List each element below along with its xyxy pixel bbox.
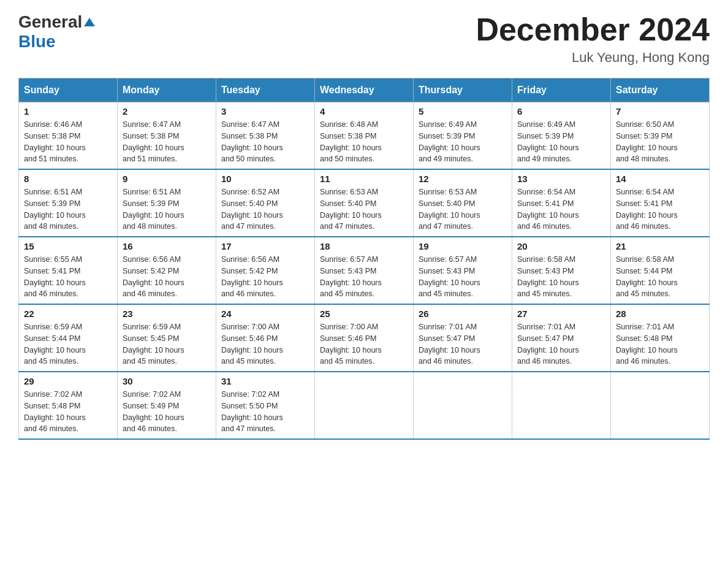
calendar-cell: 25 Sunrise: 7:00 AMSunset: 5:46 PMDaylig…	[315, 304, 414, 372]
month-title: December 2024	[476, 12, 710, 47]
header-day-saturday: Saturday	[611, 79, 710, 102]
week-row-1: 1 Sunrise: 6:46 AMSunset: 5:38 PMDayligh…	[19, 102, 710, 170]
day-number: 25	[320, 308, 408, 319]
day-info: Sunrise: 6:49 AMSunset: 5:39 PMDaylight:…	[517, 120, 579, 163]
day-number: 16	[123, 241, 211, 251]
logo-top: General	[18, 12, 97, 32]
day-info: Sunrise: 7:02 AMSunset: 5:50 PMDaylight:…	[221, 390, 283, 433]
calendar-table: SundayMondayTuesdayWednesdayThursdayFrid…	[18, 78, 710, 440]
svg-marker-0	[84, 18, 95, 26]
day-number: 12	[419, 174, 507, 184]
calendar-cell: 29 Sunrise: 7:02 AMSunset: 5:48 PMDaylig…	[19, 372, 118, 439]
day-number: 18	[320, 241, 408, 251]
day-number: 30	[123, 376, 211, 386]
calendar-cell: 22 Sunrise: 6:59 AMSunset: 5:44 PMDaylig…	[19, 304, 118, 372]
calendar-cell: 9 Sunrise: 6:51 AMSunset: 5:39 PMDayligh…	[118, 169, 216, 237]
day-info: Sunrise: 7:01 AMSunset: 5:47 PMDaylight:…	[517, 323, 579, 366]
day-info: Sunrise: 6:51 AMSunset: 5:39 PMDaylight:…	[123, 188, 184, 231]
day-number: 7	[616, 106, 704, 117]
day-info: Sunrise: 6:55 AMSunset: 5:41 PMDaylight:…	[24, 255, 86, 298]
day-info: Sunrise: 6:59 AMSunset: 5:45 PMDaylight:…	[123, 323, 184, 366]
week-row-4: 22 Sunrise: 6:59 AMSunset: 5:44 PMDaylig…	[19, 304, 710, 372]
location-text: Luk Yeung, Hong Kong	[476, 50, 710, 66]
calendar-cell: 4 Sunrise: 6:48 AMSunset: 5:38 PMDayligh…	[315, 102, 414, 170]
header-day-thursday: Thursday	[414, 79, 512, 102]
day-info: Sunrise: 6:57 AMSunset: 5:43 PMDaylight:…	[320, 255, 382, 298]
week-row-2: 8 Sunrise: 6:51 AMSunset: 5:39 PMDayligh…	[19, 169, 710, 237]
calendar-cell: 18 Sunrise: 6:57 AMSunset: 5:43 PMDaylig…	[315, 237, 414, 304]
day-info: Sunrise: 6:58 AMSunset: 5:43 PMDaylight:…	[517, 255, 579, 298]
calendar-cell: 16 Sunrise: 6:56 AMSunset: 5:42 PMDaylig…	[118, 237, 216, 304]
day-number: 31	[221, 376, 309, 386]
day-number: 24	[221, 308, 309, 319]
day-number: 8	[24, 174, 112, 184]
day-info: Sunrise: 6:58 AMSunset: 5:44 PMDaylight:…	[616, 255, 678, 298]
calendar-cell: 17 Sunrise: 6:56 AMSunset: 5:42 PMDaylig…	[216, 237, 315, 304]
day-info: Sunrise: 6:47 AMSunset: 5:38 PMDaylight:…	[123, 120, 184, 163]
calendar-cell	[611, 372, 710, 439]
calendar-cell: 8 Sunrise: 6:51 AMSunset: 5:39 PMDayligh…	[19, 169, 118, 237]
header-day-friday: Friday	[512, 79, 611, 102]
day-number: 6	[517, 106, 605, 117]
day-number: 19	[419, 241, 507, 251]
day-info: Sunrise: 6:57 AMSunset: 5:43 PMDaylight:…	[419, 255, 480, 298]
calendar-cell: 11 Sunrise: 6:53 AMSunset: 5:40 PMDaylig…	[315, 169, 414, 237]
calendar-cell: 31 Sunrise: 7:02 AMSunset: 5:50 PMDaylig…	[216, 372, 315, 439]
day-info: Sunrise: 6:52 AMSunset: 5:40 PMDaylight:…	[221, 188, 283, 231]
calendar-body: 1 Sunrise: 6:46 AMSunset: 5:38 PMDayligh…	[19, 102, 710, 440]
week-row-5: 29 Sunrise: 7:02 AMSunset: 5:48 PMDaylig…	[19, 372, 710, 439]
day-info: Sunrise: 6:56 AMSunset: 5:42 PMDaylight:…	[221, 255, 283, 298]
day-number: 5	[419, 106, 507, 117]
logo-blue-text: Blue	[18, 32, 97, 52]
day-number: 2	[123, 106, 211, 117]
calendar-cell: 6 Sunrise: 6:49 AMSunset: 5:39 PMDayligh…	[512, 102, 611, 170]
day-info: Sunrise: 6:51 AMSunset: 5:39 PMDaylight:…	[24, 188, 86, 231]
day-number: 14	[616, 174, 704, 184]
day-number: 4	[320, 106, 408, 117]
day-number: 23	[123, 308, 211, 319]
calendar-cell: 23 Sunrise: 6:59 AMSunset: 5:45 PMDaylig…	[118, 304, 216, 372]
calendar-cell: 13 Sunrise: 6:54 AMSunset: 5:41 PMDaylig…	[512, 169, 611, 237]
calendar-cell: 26 Sunrise: 7:01 AMSunset: 5:47 PMDaylig…	[414, 304, 512, 372]
day-info: Sunrise: 7:01 AMSunset: 5:48 PMDaylight:…	[616, 323, 678, 366]
header-day-monday: Monday	[118, 79, 216, 102]
calendar-cell: 24 Sunrise: 7:00 AMSunset: 5:46 PMDaylig…	[216, 304, 315, 372]
day-number: 13	[517, 174, 605, 184]
header-row: SundayMondayTuesdayWednesdayThursdayFrid…	[19, 79, 710, 102]
day-number: 27	[517, 308, 605, 319]
day-info: Sunrise: 7:01 AMSunset: 5:47 PMDaylight:…	[419, 323, 480, 366]
calendar-cell	[414, 372, 512, 439]
header-day-tuesday: Tuesday	[216, 79, 315, 102]
page-header: General Blue December 2024 Luk Yeung, Ho…	[18, 12, 710, 66]
day-number: 20	[517, 241, 605, 251]
day-info: Sunrise: 6:47 AMSunset: 5:38 PMDaylight:…	[221, 120, 283, 163]
calendar-cell: 12 Sunrise: 6:53 AMSunset: 5:40 PMDaylig…	[414, 169, 512, 237]
calendar-cell: 28 Sunrise: 7:01 AMSunset: 5:48 PMDaylig…	[611, 304, 710, 372]
day-info: Sunrise: 6:49 AMSunset: 5:39 PMDaylight:…	[419, 120, 480, 163]
calendar-cell: 5 Sunrise: 6:49 AMSunset: 5:39 PMDayligh…	[414, 102, 512, 170]
calendar-cell: 15 Sunrise: 6:55 AMSunset: 5:41 PMDaylig…	[19, 237, 118, 304]
calendar-cell: 1 Sunrise: 6:46 AMSunset: 5:38 PMDayligh…	[19, 102, 118, 170]
calendar-cell	[315, 372, 414, 439]
day-info: Sunrise: 6:46 AMSunset: 5:38 PMDaylight:…	[24, 120, 86, 163]
logo-general-text: General	[18, 12, 82, 32]
title-section: December 2024 Luk Yeung, Hong Kong	[476, 12, 710, 66]
calendar-cell: 19 Sunrise: 6:57 AMSunset: 5:43 PMDaylig…	[414, 237, 512, 304]
calendar-cell: 30 Sunrise: 7:02 AMSunset: 5:49 PMDaylig…	[118, 372, 216, 439]
calendar-cell: 3 Sunrise: 6:47 AMSunset: 5:38 PMDayligh…	[216, 102, 315, 170]
header-day-wednesday: Wednesday	[315, 79, 414, 102]
day-info: Sunrise: 7:02 AMSunset: 5:49 PMDaylight:…	[123, 390, 184, 433]
day-info: Sunrise: 7:00 AMSunset: 5:46 PMDaylight:…	[221, 323, 283, 366]
day-number: 29	[24, 376, 112, 386]
day-number: 9	[123, 174, 211, 184]
logo: General Blue	[18, 12, 97, 52]
day-info: Sunrise: 7:02 AMSunset: 5:48 PMDaylight:…	[24, 390, 86, 433]
day-number: 11	[320, 174, 408, 184]
calendar-cell: 21 Sunrise: 6:58 AMSunset: 5:44 PMDaylig…	[611, 237, 710, 304]
week-row-3: 15 Sunrise: 6:55 AMSunset: 5:41 PMDaylig…	[19, 237, 710, 304]
calendar-cell: 2 Sunrise: 6:47 AMSunset: 5:38 PMDayligh…	[118, 102, 216, 170]
day-number: 15	[24, 241, 112, 251]
day-number: 3	[221, 106, 309, 117]
day-info: Sunrise: 7:00 AMSunset: 5:46 PMDaylight:…	[320, 323, 382, 366]
day-info: Sunrise: 6:54 AMSunset: 5:41 PMDaylight:…	[517, 188, 579, 231]
